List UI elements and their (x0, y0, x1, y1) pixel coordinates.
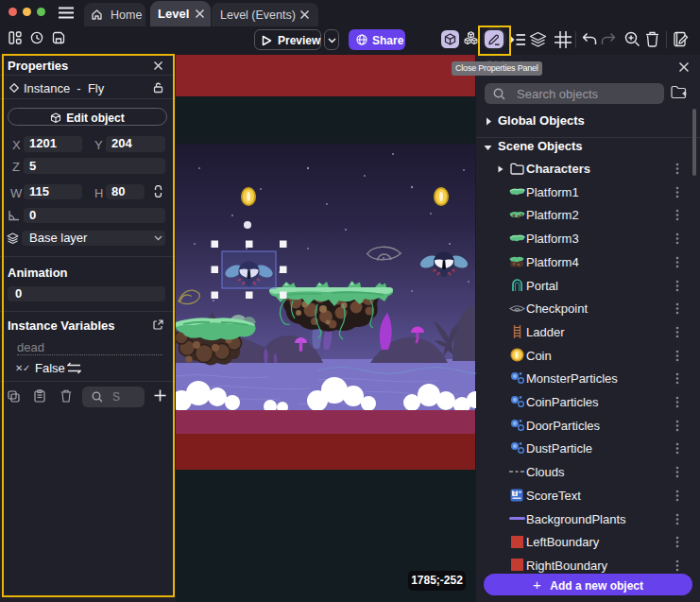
svg-text:T: T (513, 490, 517, 496)
